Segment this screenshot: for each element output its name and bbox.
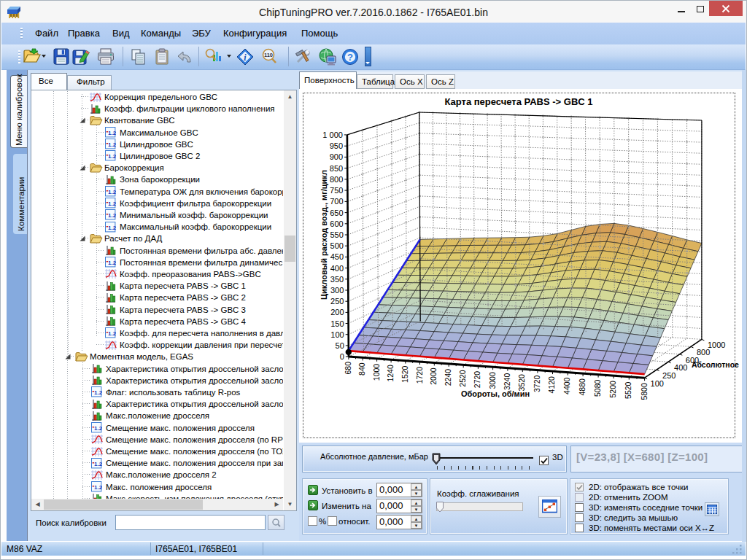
svg-text:1.2: 1.2 (108, 330, 116, 337)
svg-text:1.2: 1.2 (94, 389, 102, 396)
svg-text:1.2: 1.2 (108, 212, 116, 219)
svg-text:?: ? (347, 52, 353, 63)
svg-text:110: 110 (264, 52, 273, 58)
svg-text:1.2: 1.2 (108, 225, 116, 231)
svg-text:1.2: 1.2 (108, 130, 116, 136)
svg-text:1.2: 1.2 (108, 153, 116, 160)
svg-text:1.2: 1.2 (94, 484, 102, 491)
svg-text:1.2: 1.2 (108, 189, 116, 195)
svg-text:1.2: 1.2 (108, 260, 116, 266)
svg-text:1.2: 1.2 (94, 425, 102, 432)
svg-text:1.2: 1.2 (108, 201, 116, 207)
svg-text:1.2: 1.2 (108, 141, 116, 148)
svg-text:1.2: 1.2 (94, 461, 102, 467)
